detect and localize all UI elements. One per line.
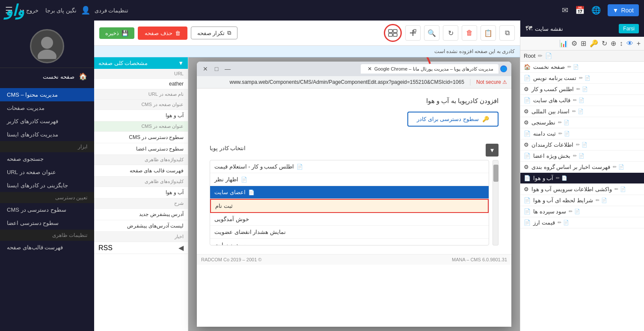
grid-icon[interactable]: ⊞ <box>581 39 586 47</box>
access-levels-btn[interactable]: 🔑 سطوح دسترسی برای کادر <box>407 112 499 127</box>
right-menu-cms[interactable]: مدیریت محتوا – CMS <box>0 88 94 101</box>
not-secure-indicator: ⚠ Not secure <box>476 79 507 85</box>
right-menu-member-access[interactable]: سطوح دسترسی اعضا <box>0 216 94 230</box>
save-btn[interactable]: 💾 ذخیره <box>99 27 134 39</box>
tree-item-currency[interactable]: 📄 ✏ قیمت ارز 📄 <box>520 217 644 228</box>
duplicate-page-btn[interactable]: ⧉ تکرار صفحه <box>191 27 238 39</box>
lang-button[interactable]: Farsi <box>619 24 639 33</box>
target-icon[interactable]: ⊕ <box>611 39 616 47</box>
tree-item-templates[interactable]: 📄 ✏ قالب های سایت 📄 <box>520 95 644 106</box>
tree-item-weather-api[interactable]: 📄 ✏ واکشی اطلاعات سرویس آب و هوا ⚙ <box>520 184 644 195</box>
member-access-item[interactable]: سطوح دسترسی اعضا <box>94 143 188 155</box>
delete-page-btn[interactable]: 🗑 حذف صفحه <box>138 27 187 40</box>
dropdown-arrow-btn[interactable]: ▼ <box>486 144 499 157</box>
refresh-sidebar-icon[interactable]: ↻ <box>602 39 607 47</box>
tree-item-home[interactable]: 📄 ✏ صفحه نخست 🏠 <box>520 62 644 73</box>
right-menu-page-url[interactable]: عنوان صفحه در URL <box>0 166 94 179</box>
tree-item-deposit[interactable]: 📄 ✏ سود سپرده ها 📄 <box>520 206 644 217</box>
list-item-2[interactable]: 📄 اعضای سایت <box>210 186 489 199</box>
address-list[interactable]: لیست آدرس‌های پیشفرض <box>94 220 188 232</box>
svg-rect-8 <box>393 33 397 36</box>
dialog-title: افزودن کادرپویا به آب و هوا <box>210 97 499 105</box>
chrome-titlebar: 🌐 مدیریت کادرهای پویا – مدیریت پورتال ما… <box>197 62 511 76</box>
tree-item-employees[interactable]: 📄 ✏ اطلاعات کارمندان ⚙ <box>520 139 644 151</box>
right-menu-static-widgets[interactable]: مدیریت کادرهای ایستا <box>0 128 94 141</box>
top-navbar: Root ▼ 🌐 📅 ✉ تنظیمات فردی 👤 نگین پای برج… <box>0 0 644 21</box>
tree-item-weather[interactable]: 📄 ✏ آب و هوا 📄 <box>520 173 644 184</box>
select-container: 📄 اطلس کسب و کار - استعلام قیمت 📄 اظهار … <box>210 160 499 245</box>
key-icon[interactable]: 🔑 <box>590 39 598 47</box>
tree-item-test[interactable]: 📄 ✏ تست برنامه نویس 📄 <box>520 73 644 84</box>
list-item-5[interactable]: نمایش هشدار انقضای عضویت <box>210 226 489 239</box>
right-menu-cms-access[interactable]: سطوح دسترسی در CMS <box>0 203 94 216</box>
right-menu-pages[interactable]: مدیریت صفحات <box>0 101 94 115</box>
right-panel-page-title: 🏠 صفحه نخست <box>0 68 94 85</box>
map-icon: 🗺 <box>525 25 532 33</box>
list-item-4[interactable]: خوش آمدگویی <box>210 213 489 226</box>
tab-close-icon[interactable]: ✕ <box>368 66 372 72</box>
keywords-value[interactable]: آب و هوا <box>94 187 188 198</box>
templates-list[interactable]: فهرست قالب های صفحه <box>94 165 188 177</box>
scrollbar-track[interactable] <box>493 160 499 245</box>
list-item-3[interactable]: ثبت نام <box>210 199 489 213</box>
mail-icon[interactable]: ✉ <box>562 6 568 15</box>
right-menu-templates[interactable]: فهرست قالب‌های صفحه <box>0 241 94 254</box>
add-page-icon[interactable]: + <box>637 40 641 47</box>
tree-item-domain[interactable]: 📄 ✏ ثبت دامنه 📄 <box>520 128 644 139</box>
search-btn[interactable]: 🔍 <box>424 25 439 41</box>
component-list[interactable]: 📄 اطلس کسب و کار - استعلام قیمت 📄 اظهار … <box>210 160 489 245</box>
tree-item-news-list[interactable]: 📄 ✏ فهرست اخبار بر اساس گروه بندی ⚙ <box>520 162 644 173</box>
root-dropdown[interactable]: Root ▼ <box>608 4 639 16</box>
delete-btn[interactable]: 🗑 <box>462 25 477 41</box>
sidebar-title: نقشه سایت 🗺 <box>525 25 563 33</box>
edit-icon-home: ✏ <box>567 64 571 70</box>
close-btn[interactable]: ✕ <box>201 65 210 73</box>
tree-item-intl[interactable]: 📄 ✏ اسناد بین المللی ⚙ <box>520 106 644 117</box>
chrome-favicon: 🌐 <box>500 65 507 72</box>
cms-access-item[interactable]: سطوح دسترسی در CMS <box>94 132 188 143</box>
center-area: ⧉ 📋 🗑 ↻ 🔍 <box>94 21 520 331</box>
globe-icon[interactable]: 🌐 <box>591 6 601 15</box>
maximize-btn[interactable]: □ <box>212 65 221 73</box>
show-icon[interactable]: 👁 <box>626 40 633 47</box>
left-arrow-icon[interactable]: ◀ <box>178 244 184 252</box>
list-item-6[interactable]: ورود به سایت <box>210 239 489 245</box>
tree-item-atlas[interactable]: 📄 ✏ اطلس کسب و کار ⚙ <box>520 84 644 95</box>
keywords-val-label: کلیدواژه‌های ظاهری <box>94 177 188 187</box>
url-value[interactable]: eather <box>94 79 188 89</box>
page-title-value[interactable]: آب و هوا <box>94 110 188 121</box>
scrollbar-thumb[interactable] <box>493 165 499 182</box>
component-btn[interactable] <box>384 24 402 42</box>
settings-sidebar-icon[interactable]: ⚙ <box>571 39 577 47</box>
copy-btn[interactable]: ⧉ <box>499 25 515 41</box>
address-default[interactable]: آدرس پیشفرض جدید <box>94 209 188 220</box>
right-menu-replace-widgets[interactable]: جایگزینی در کادرهای ایستا <box>0 179 94 192</box>
user-settings-link[interactable]: تنظیمات فردی <box>95 7 129 14</box>
calendar-icon[interactable]: 📅 <box>575 6 585 15</box>
tree-item-weather-current[interactable]: 📄 ✏ شرایط لحظه ای آب و هوا 📄 <box>520 195 644 206</box>
add-btn[interactable] <box>405 25 421 41</box>
svg-point-0 <box>41 37 53 49</box>
refresh-btn[interactable]: ↻ <box>443 25 458 41</box>
rss-label: RSS <box>98 244 113 252</box>
list-item-1[interactable]: 📄 اظهار نظر <box>210 173 489 186</box>
user-info: تنظیمات فردی 👤 نگین پای برجا <box>45 6 129 15</box>
right-menu-user-widgets[interactable]: فهرست کادرهای کاربر <box>0 115 94 128</box>
sort-icon[interactable]: ↕ <box>620 40 623 47</box>
right-menu-search-page[interactable]: جستجوی صفحه <box>0 152 94 166</box>
tree-item-members[interactable]: 📄 ✏ بخش ویژه اعضا 📄 <box>520 151 644 162</box>
center-content: 🌐 مدیریت کادرهای پویا – مدیریت پورتال ما… <box>188 57 520 331</box>
collapse-icon[interactable]: ▼ <box>178 60 184 66</box>
minimize-btn[interactable]: — <box>223 65 232 73</box>
doc-icon-item2: 📄 <box>248 189 255 195</box>
paste-btn[interactable]: 📋 <box>481 25 496 41</box>
address-url[interactable]: www.sampa.web/Components/CMS/Admin/PageC… <box>229 79 464 85</box>
list-item-0[interactable]: 📄 اطلس کسب و کار - استعلام قیمت <box>210 160 489 173</box>
tree-item-survey[interactable]: 📄 ✏ نظرسنجی ⚙ <box>520 117 644 128</box>
main-area: 🏠 صفحه نخست مدیریت محتوا – CMS مدیریت صف… <box>0 21 644 331</box>
toolbar-right: ⧉ تکرار صفحه 🗑 حذف صفحه 💾 ذخیره <box>99 27 237 40</box>
right-panel-menu: مدیریت محتوا – CMS مدیریت صفحات فهرست کا… <box>0 85 94 257</box>
tree-list: 📄 ✏ صفحه نخست 🏠 📄 ✏ تست برنامه نویس 📄 <box>520 62 644 228</box>
chart-icon[interactable]: 📊 <box>559 39 568 47</box>
chrome-content: افزودن کادرپویا به آب و هوا 🔑 سطوح دسترس… <box>197 89 511 254</box>
